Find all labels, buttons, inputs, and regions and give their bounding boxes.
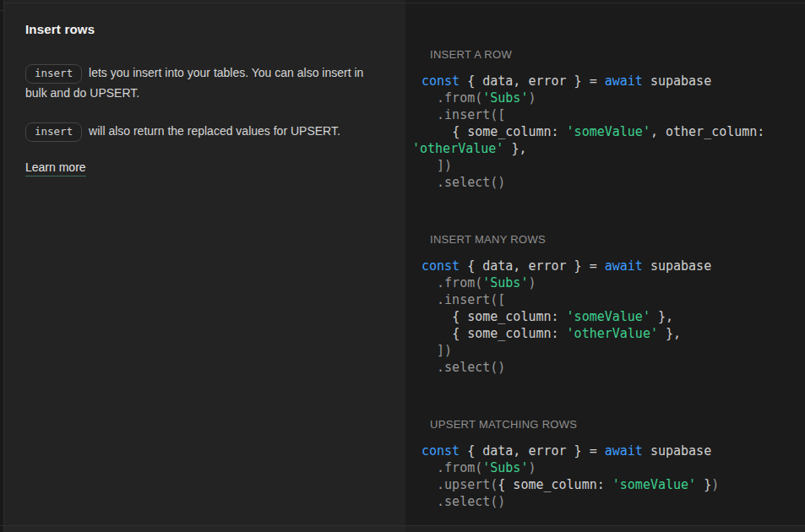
code-line: .select() (412, 174, 785, 191)
code-line: .from('Subs') (412, 274, 785, 291)
code-line: ]) (412, 157, 785, 174)
code-block-insert-many-rows: const { data, error } = await supabase .… (412, 258, 785, 376)
section-header-upsert-matching-rows: UPSERT MATCHING ROWS (430, 417, 785, 432)
inline-code-chip: insert (25, 122, 82, 142)
description-paragraph: insert will also return the replaced val… (25, 122, 387, 142)
code-line: .from('Subs') (412, 90, 785, 106)
code-line: .select() (412, 359, 785, 376)
paragraph-text: will also return the replaced values for… (85, 124, 340, 138)
inline-code-chip: insert (25, 64, 82, 84)
description-pane: Insert rows insert lets you insert into … (4, 3, 405, 525)
next-card-left-edge (4, 526, 405, 532)
code-block-upsert-matching-rows: const { data, error } = await supabase .… (412, 442, 785, 510)
code-line: { some_column: 'someValue' }, (412, 308, 785, 325)
next-card-right-edge (405, 526, 805, 532)
code-line: const { data, error } = await supabase (412, 442, 785, 459)
code-line: { some_column: 'otherValue' }, (412, 325, 785, 342)
page-title: Insert rows (25, 21, 387, 38)
learn-more-link[interactable]: Learn more (25, 160, 86, 176)
code-line: .select() (412, 493, 785, 510)
code-line: .insert([ (412, 291, 785, 308)
code-line: .from('Subs') (412, 459, 785, 476)
code-line: const { data, error } = await supabase (412, 258, 785, 274)
code-line: ]) (412, 342, 785, 359)
insert-rows-doc-panel: Insert rows insert lets you insert into … (0, 0, 805, 532)
code-line: .upsert({ some_column: 'someValue' }) (412, 476, 785, 493)
code-examples-pane: INSERT A ROW const { data, error } = awa… (405, 3, 805, 525)
code-line: { some_column: 'someValue', other_column… (412, 123, 785, 157)
code-block-insert-a-row: const { data, error } = await supabase .… (412, 73, 785, 191)
description-paragraph: insert lets you insert into your tables.… (25, 63, 387, 103)
code-line: .insert([ (412, 106, 785, 123)
section-header-insert-a-row: INSERT A ROW (430, 47, 785, 62)
section-header-insert-many-rows: INSERT MANY ROWS (430, 232, 785, 247)
code-line: const { data, error } = await supabase (412, 73, 785, 90)
